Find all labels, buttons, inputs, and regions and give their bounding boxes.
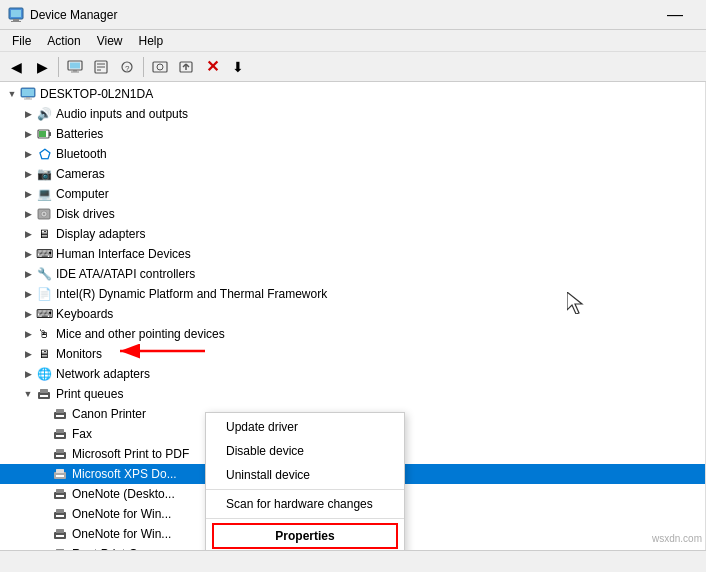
intel-expander[interactable] — [20, 286, 36, 302]
ctx-properties[interactable]: Properties — [212, 523, 398, 549]
batteries-expander[interactable] — [20, 126, 36, 142]
computer-expander[interactable] — [20, 186, 36, 202]
bluetooth-label: Bluetooth — [56, 147, 107, 161]
xps-icon — [52, 466, 68, 482]
svg-rect-2 — [13, 19, 19, 21]
ide-icon: 🔧 — [36, 266, 52, 282]
device-tree[interactable]: DESKTOP-0L2N1DA 🔊 Audio inputs and outpu… — [0, 82, 706, 550]
disk-icon — [36, 206, 52, 222]
printq-expander[interactable] — [20, 386, 36, 402]
svg-rect-45 — [56, 469, 64, 473]
keyboards-expander[interactable] — [20, 306, 36, 322]
tree-cameras[interactable]: 📷 Cameras — [0, 164, 705, 184]
onenote3-icon — [52, 526, 68, 542]
properties-toolbar-button[interactable] — [89, 55, 113, 79]
svg-rect-40 — [56, 435, 64, 437]
tree-monitors[interactable]: 🖥 Monitors — [0, 344, 705, 364]
ctx-scan[interactable]: Scan for hardware changes — [206, 492, 404, 516]
ctx-disable[interactable]: Disable device — [206, 439, 404, 463]
toolbar-separator-2 — [143, 57, 144, 77]
tree-intel[interactable]: 📄 Intel(R) Dynamic Platform and Thermal … — [0, 284, 705, 304]
update-button[interactable] — [174, 55, 198, 79]
display-expander[interactable] — [20, 226, 36, 242]
svg-rect-55 — [56, 535, 64, 537]
root-expander[interactable] — [4, 86, 20, 102]
help-button[interactable]: ? — [115, 55, 139, 79]
batteries-icon — [36, 126, 52, 142]
bluetooth-expander[interactable] — [20, 146, 36, 162]
svg-rect-22 — [26, 97, 30, 99]
back-button[interactable]: ◀ — [4, 55, 28, 79]
disk-expander[interactable] — [20, 206, 36, 222]
menu-view[interactable]: View — [89, 32, 131, 50]
svg-rect-5 — [70, 62, 80, 68]
mice-label: Mice and other pointing devices — [56, 327, 225, 341]
svg-rect-54 — [56, 529, 64, 533]
tree-network[interactable]: 🌐 Network adapters — [0, 364, 705, 384]
ctx-update[interactable]: Update driver — [206, 415, 404, 439]
onenote2-icon — [52, 506, 68, 522]
root-label: DESKTOP-0L2N1DA — [40, 87, 153, 101]
tree-printq[interactable]: Print queues — [0, 384, 705, 404]
svg-rect-52 — [56, 515, 64, 517]
forward-button[interactable]: ▶ — [30, 55, 54, 79]
menu-file[interactable]: File — [4, 32, 39, 50]
ctx-separator-1 — [206, 489, 404, 490]
keyboards-icon: ⌨ — [36, 306, 52, 322]
computer-label: Computer — [56, 187, 109, 201]
scan-button[interactable] — [148, 55, 172, 79]
ctx-uninstall[interactable]: Uninstall device — [206, 463, 404, 487]
tree-mice[interactable]: 🖱 Mice and other pointing devices — [0, 324, 705, 344]
toolbar-separator-1 — [58, 57, 59, 77]
onenote3-expander — [36, 526, 52, 542]
mice-icon: 🖱 — [36, 326, 52, 342]
hid-expander[interactable] — [20, 246, 36, 262]
watermark: wsxdn.com — [652, 533, 702, 544]
minimize-button[interactable]: — — [652, 0, 698, 30]
svg-point-15 — [157, 64, 163, 70]
tree-display[interactable]: 🖥 Display adapters — [0, 224, 705, 244]
onenote2-expander — [36, 506, 52, 522]
xps-expander — [36, 466, 52, 482]
cameras-expander[interactable] — [20, 166, 36, 182]
svg-rect-1 — [11, 10, 21, 17]
tree-computer[interactable]: 💻 Computer — [0, 184, 705, 204]
fax-icon — [52, 426, 68, 442]
rootpq-label: Root Print Queue... — [72, 547, 175, 550]
menu-action[interactable]: Action — [39, 32, 88, 50]
tree-ide[interactable]: 🔧 IDE ATA/ATAPI controllers — [0, 264, 705, 284]
tree-root[interactable]: DESKTOP-0L2N1DA — [0, 84, 705, 104]
computer-button[interactable] — [63, 55, 87, 79]
audio-expander[interactable] — [20, 106, 36, 122]
ide-label: IDE ATA/ATAPI controllers — [56, 267, 195, 281]
rootpq-expander — [36, 546, 52, 550]
window-title: Device Manager — [30, 8, 652, 22]
computer-icon — [20, 86, 36, 102]
monitors-expander[interactable] — [20, 346, 36, 362]
onenote1-icon — [52, 486, 68, 502]
network-expander[interactable] — [20, 366, 36, 382]
ctx-separator-2 — [206, 518, 404, 519]
tree-bluetooth[interactable]: ⬠ Bluetooth — [0, 144, 705, 164]
network-icon: 🌐 — [36, 366, 52, 382]
tree-disk[interactable]: Disk drives — [0, 204, 705, 224]
svg-rect-25 — [49, 132, 51, 136]
menu-help[interactable]: Help — [131, 32, 172, 50]
monitors-icon: 🖥 — [36, 346, 52, 362]
svg-rect-49 — [56, 495, 64, 497]
uninstall-button[interactable]: ✕ — [200, 55, 224, 79]
mice-expander[interactable] — [20, 326, 36, 342]
tree-batteries[interactable]: Batteries — [0, 124, 705, 144]
ide-expander[interactable] — [20, 266, 36, 282]
add-button[interactable]: ⬇ — [226, 55, 250, 79]
canon-icon — [52, 406, 68, 422]
tree-keyboards[interactable]: ⌨ Keyboards — [0, 304, 705, 324]
title-bar: Device Manager — — [0, 0, 706, 30]
svg-marker-67 — [567, 292, 582, 314]
onenote3-label: OneNote for Win... — [72, 527, 171, 541]
tree-hid[interactable]: ⌨ Human Interface Devices — [0, 244, 705, 264]
xps-label: Microsoft XPS Do... — [72, 467, 177, 481]
fax-expander — [36, 426, 52, 442]
svg-rect-42 — [56, 449, 64, 453]
tree-audio[interactable]: 🔊 Audio inputs and outputs — [0, 104, 705, 124]
